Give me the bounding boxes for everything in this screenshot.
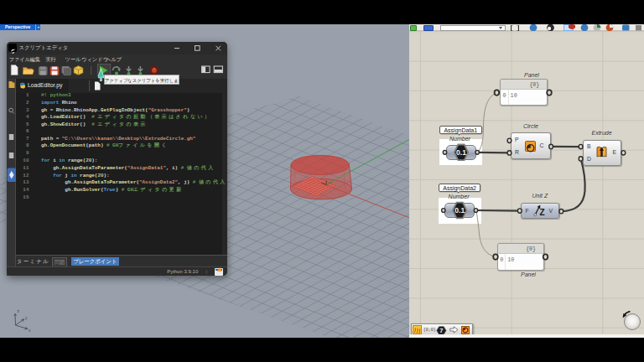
svg-text:x: x [29,328,31,333]
svg-text:z: z [18,308,20,313]
svg-text:y: y [25,315,28,320]
